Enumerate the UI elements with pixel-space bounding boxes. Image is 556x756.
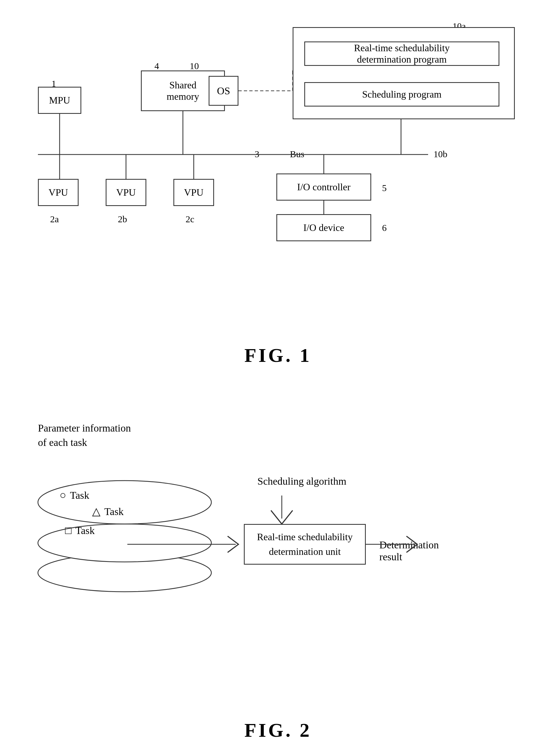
vpu-c-box: VPU (173, 179, 214, 206)
container-10a: Real-time schedulabilitydetermination pr… (292, 27, 515, 119)
os-box: OS (209, 76, 238, 106)
rt-sched-prog-box: Real-time schedulabilitydetermination pr… (304, 41, 499, 66)
label-3: 3 (255, 149, 259, 160)
square-task-label: □ Task (65, 524, 95, 537)
svg-point-14 (38, 481, 211, 524)
label-10: 10 (190, 61, 199, 71)
label-2b: 2b (118, 214, 127, 225)
io-controller-box: I/O controller (276, 173, 371, 201)
sched-prog-box: Scheduling program (304, 82, 499, 106)
label-6: 6 (382, 223, 387, 233)
fig1-label: FIG. 1 (22, 344, 534, 367)
circle-task-label: ○ Task (60, 489, 89, 502)
label-bus: Bus (290, 149, 304, 160)
rt-sched-unit-box: Real-time schedulabilitydetermination un… (244, 524, 366, 564)
param-info-label: Parameter information of each task (38, 421, 131, 450)
mpu-box: MPU (38, 87, 81, 114)
det-result-label: Determination result (379, 539, 439, 563)
vpu-a-box: VPU (38, 179, 78, 206)
triangle-task-label: △ Task (92, 505, 124, 518)
label-4: 4 (154, 61, 159, 71)
sched-algo-label: Scheduling algorithm (257, 475, 346, 487)
io-device-box: I/O device (276, 214, 371, 241)
ellipse-top (35, 470, 225, 535)
label-5: 5 (382, 183, 387, 193)
vpu-b-box: VPU (106, 179, 146, 206)
label-2a: 2a (50, 214, 59, 225)
label-2c: 2c (185, 214, 194, 225)
fig1-diagram: 1 4 10 10a 3 Bus 10b 2a 2b 2c 5 6 MPU Sh… (22, 16, 534, 328)
label-10b: 10b (433, 149, 447, 160)
fig2-diagram: Parameter information of each task Sched… (22, 388, 534, 741)
